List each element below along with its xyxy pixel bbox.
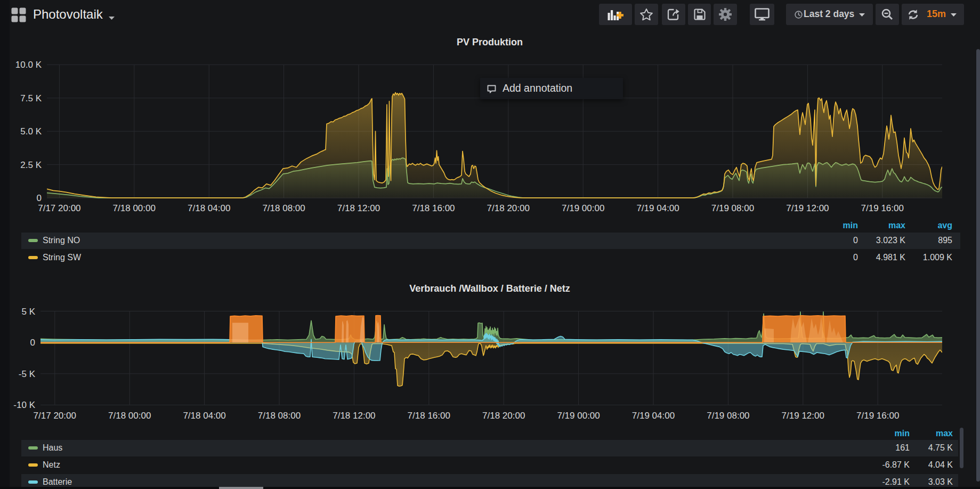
svg-text:0: 0 [30,338,35,348]
svg-text:7/18 04:00: 7/18 04:00 [183,411,225,421]
svg-text:7/18 12:00: 7/18 12:00 [337,203,380,213]
svg-text:-5 K: -5 K [19,369,36,379]
svg-text:7/18 00:00: 7/18 00:00 [113,203,156,213]
svg-text:5 K: 5 K [21,307,35,317]
svg-text:7/18 16:00: 7/18 16:00 [412,203,455,213]
svg-text:7/19 08:00: 7/19 08:00 [707,411,749,421]
svg-text:7/19 04:00: 7/19 04:00 [632,411,675,421]
svg-text:7/18 20:00: 7/18 20:00 [482,411,525,421]
svg-text:5.0 K: 5.0 K [20,126,42,137]
svg-text:Verbrauch /Wallbox / Batterie: Verbrauch /Wallbox / Batterie / Netz [409,283,570,294]
svg-text:7/18 04:00: 7/18 04:00 [188,203,230,213]
svg-text:7/19 12:00: 7/19 12:00 [782,411,824,421]
svg-text:7/19 00:00: 7/19 00:00 [557,411,600,421]
svg-text:7/19 00:00: 7/19 00:00 [562,203,604,213]
svg-text:7/18 08:00: 7/18 08:00 [258,411,301,421]
svg-text:7.5 K: 7.5 K [20,93,42,103]
svg-text:7/19 16:00: 7/19 16:00 [856,411,899,421]
svg-text:7/19 16:00: 7/19 16:00 [861,203,904,213]
svg-text:-10 K: -10 K [13,400,35,410]
svg-text:7/17 20:00: 7/17 20:00 [34,411,76,421]
svg-text:7/18 16:00: 7/18 16:00 [408,411,450,421]
svg-text:7/19 12:00: 7/19 12:00 [786,203,829,213]
svg-text:7/18 12:00: 7/18 12:00 [333,411,375,421]
svg-text:PV Produktion: PV Produktion [457,37,523,47]
svg-text:7/18 00:00: 7/18 00:00 [108,411,151,421]
svg-text:7/18 20:00: 7/18 20:00 [487,203,530,213]
svg-text:7/19 04:00: 7/19 04:00 [636,203,679,213]
svg-text:0: 0 [37,193,42,203]
svg-text:7/19 08:00: 7/19 08:00 [711,203,754,213]
svg-text:2.5 K: 2.5 K [20,160,42,170]
svg-text:7/17 20:00: 7/17 20:00 [38,203,80,213]
svg-text:10.0 K: 10.0 K [15,60,42,70]
svg-text:7/18 08:00: 7/18 08:00 [262,203,305,213]
